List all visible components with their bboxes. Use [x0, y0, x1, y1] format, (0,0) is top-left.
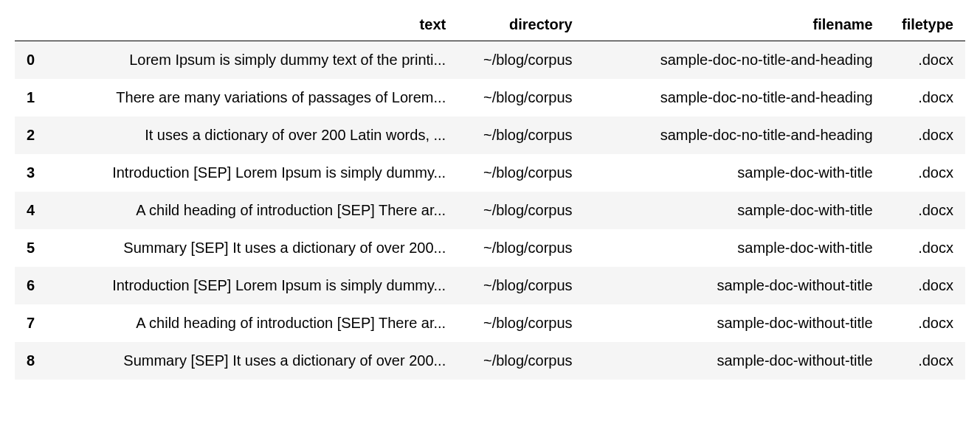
cell-directory: ~/blog/corpus: [458, 304, 584, 342]
cell-text: Summary [SEP] It uses a dictionary of ov…: [46, 342, 458, 380]
cell-directory: ~/blog/corpus: [458, 342, 584, 380]
table-row: 0 Lorem Ipsum is simply dummy text of th…: [15, 41, 965, 80]
cell-filetype: .docx: [885, 192, 965, 229]
table-body: 0 Lorem Ipsum is simply dummy text of th…: [15, 41, 965, 380]
cell-directory: ~/blog/corpus: [458, 229, 584, 267]
column-header-directory: directory: [458, 9, 584, 41]
cell-directory: ~/blog/corpus: [458, 116, 584, 154]
dataframe-table: text directory filename filetype 0 Lorem…: [15, 9, 965, 380]
cell-filename: sample-doc-without-title: [584, 304, 885, 342]
row-index: 6: [15, 267, 46, 304]
cell-filename: sample-doc-with-title: [584, 154, 885, 192]
cell-text: Lorem Ipsum is simply dummy text of the …: [46, 41, 458, 80]
cell-text: Summary [SEP] It uses a dictionary of ov…: [46, 229, 458, 267]
row-index: 0: [15, 41, 46, 80]
row-index: 7: [15, 304, 46, 342]
cell-text: It uses a dictionary of over 200 Latin w…: [46, 116, 458, 154]
column-header-filename: filename: [584, 9, 885, 41]
cell-directory: ~/blog/corpus: [458, 41, 584, 80]
cell-directory: ~/blog/corpus: [458, 267, 584, 304]
cell-directory: ~/blog/corpus: [458, 79, 584, 116]
row-index: 5: [15, 229, 46, 267]
cell-text: A child heading of introduction [SEP] Th…: [46, 304, 458, 342]
row-index: 3: [15, 154, 46, 192]
cell-filetype: .docx: [885, 41, 965, 80]
cell-filename: sample-doc-no-title-and-heading: [584, 79, 885, 116]
table-row: 5 Summary [SEP] It uses a dictionary of …: [15, 229, 965, 267]
cell-filetype: .docx: [885, 116, 965, 154]
table-row: 2 It uses a dictionary of over 200 Latin…: [15, 116, 965, 154]
row-index: 4: [15, 192, 46, 229]
cell-filename: sample-doc-without-title: [584, 342, 885, 380]
cell-filetype: .docx: [885, 267, 965, 304]
cell-filename: sample-doc-with-title: [584, 229, 885, 267]
table-row: 7 A child heading of introduction [SEP] …: [15, 304, 965, 342]
cell-filetype: .docx: [885, 154, 965, 192]
cell-filetype: .docx: [885, 304, 965, 342]
row-index: 8: [15, 342, 46, 380]
cell-text: Introduction [SEP] Lorem Ipsum is simply…: [46, 267, 458, 304]
row-index: 1: [15, 79, 46, 116]
cell-filename: sample-doc-without-title: [584, 267, 885, 304]
cell-filetype: .docx: [885, 229, 965, 267]
cell-directory: ~/blog/corpus: [458, 154, 584, 192]
column-header-text: text: [46, 9, 458, 41]
table-row: 4 A child heading of introduction [SEP] …: [15, 192, 965, 229]
cell-text: A child heading of introduction [SEP] Th…: [46, 192, 458, 229]
table-row: 6 Introduction [SEP] Lorem Ipsum is simp…: [15, 267, 965, 304]
table-row: 8 Summary [SEP] It uses a dictionary of …: [15, 342, 965, 380]
column-header-index: [15, 9, 46, 41]
cell-text: There are many variations of passages of…: [46, 79, 458, 116]
cell-filename: sample-doc-with-title: [584, 192, 885, 229]
column-header-filetype: filetype: [885, 9, 965, 41]
cell-text: Introduction [SEP] Lorem Ipsum is simply…: [46, 154, 458, 192]
cell-filename: sample-doc-no-title-and-heading: [584, 41, 885, 80]
cell-filename: sample-doc-no-title-and-heading: [584, 116, 885, 154]
cell-filetype: .docx: [885, 342, 965, 380]
table-row: 1 There are many variations of passages …: [15, 79, 965, 116]
row-index: 2: [15, 116, 46, 154]
cell-filetype: .docx: [885, 79, 965, 116]
table-header-row: text directory filename filetype: [15, 9, 965, 41]
cell-directory: ~/blog/corpus: [458, 192, 584, 229]
table-row: 3 Introduction [SEP] Lorem Ipsum is simp…: [15, 154, 965, 192]
